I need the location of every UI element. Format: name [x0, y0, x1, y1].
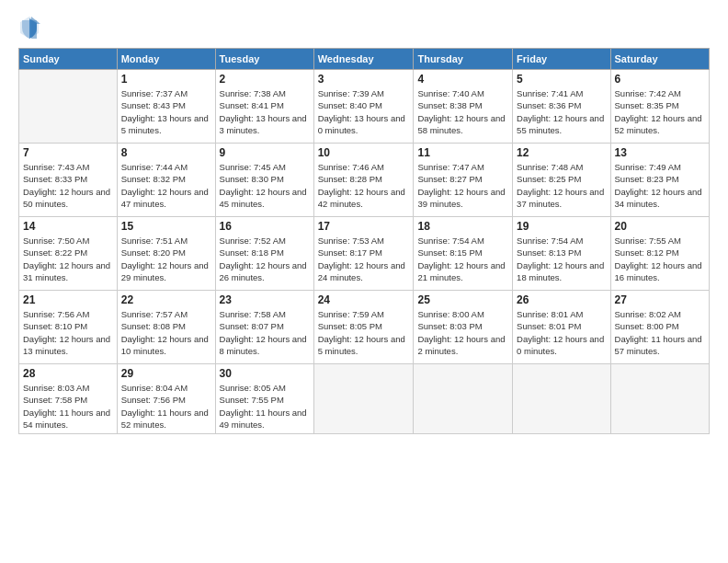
sunset-label: Sunset: 8:27 PM	[417, 174, 482, 184]
sunrise-label: Sunrise: 7:56 AM	[23, 309, 89, 319]
daylight-label: Daylight: 13 hours and 5 minutes.	[121, 113, 209, 135]
day-number: 28	[23, 367, 113, 380]
daylight-label: Daylight: 12 hours and 10 minutes.	[121, 334, 209, 356]
calendar-cell: 3 Sunrise: 7:39 AM Sunset: 8:40 PM Dayli…	[313, 70, 414, 144]
calendar-cell: 7 Sunrise: 7:43 AM Sunset: 8:33 PM Dayli…	[19, 144, 118, 217]
page-container: Sunday Monday Tuesday Wednesday Thursday…	[0, 0, 728, 563]
day-number: 9	[220, 146, 310, 159]
sunrise-label: Sunrise: 7:37 AM	[121, 88, 188, 98]
sunset-label: Sunset: 8:13 PM	[517, 247, 581, 258]
day-info: Sunrise: 7:39 AM Sunset: 8:40 PM Dayligh…	[318, 87, 410, 136]
day-number: 13	[615, 146, 705, 159]
calendar-cell	[414, 364, 513, 434]
daylight-label: Daylight: 12 hours and 0 minutes.	[517, 334, 604, 356]
day-info: Sunrise: 8:00 AM Sunset: 8:03 PM Dayligh…	[417, 308, 508, 357]
day-number: 15	[121, 220, 211, 233]
sunset-label: Sunset: 8:01 PM	[517, 321, 581, 331]
sunset-label: Sunset: 8:33 PM	[23, 174, 87, 184]
daylight-label: Daylight: 12 hours and 34 minutes.	[615, 187, 702, 209]
sunset-label: Sunset: 8:03 PM	[417, 321, 482, 331]
sunset-label: Sunset: 8:23 PM	[615, 174, 679, 184]
day-number: 17	[318, 220, 410, 233]
day-number: 30	[220, 367, 310, 380]
daylight-label: Daylight: 12 hours and 8 minutes.	[220, 334, 307, 356]
sunrise-label: Sunrise: 8:00 AM	[417, 309, 483, 319]
sunset-label: Sunset: 8:32 PM	[121, 174, 186, 184]
daylight-label: Daylight: 13 hours and 3 minutes.	[220, 113, 307, 135]
sunrise-label: Sunrise: 7:50 AM	[23, 236, 89, 246]
calendar-cell: 30 Sunrise: 8:05 AM Sunset: 7:55 PM Dayl…	[215, 364, 313, 434]
calendar-cell: 4 Sunrise: 7:40 AM Sunset: 8:38 PM Dayli…	[414, 70, 513, 144]
page-header	[18, 15, 710, 40]
sunset-label: Sunset: 8:35 PM	[615, 100, 679, 110]
day-number: 7	[23, 146, 113, 159]
calendar-cell: 12 Sunrise: 7:48 AM Sunset: 8:25 PM Dayl…	[513, 144, 610, 217]
sunrise-label: Sunrise: 7:42 AM	[615, 88, 681, 98]
daylight-label: Daylight: 11 hours and 49 minutes.	[220, 408, 307, 430]
svg-marker-1	[31, 17, 40, 39]
day-number: 25	[417, 293, 508, 306]
calendar-cell: 15 Sunrise: 7:51 AM Sunset: 8:20 PM Dayl…	[117, 217, 215, 291]
sunset-label: Sunset: 8:28 PM	[318, 174, 382, 184]
calendar-cell: 21 Sunrise: 7:56 AM Sunset: 8:10 PM Dayl…	[19, 291, 118, 364]
sunset-label: Sunset: 8:15 PM	[417, 247, 482, 258]
sunset-label: Sunset: 7:58 PM	[23, 395, 87, 405]
calendar-cell	[610, 364, 709, 434]
daylight-label: Daylight: 12 hours and 5 minutes.	[318, 334, 405, 356]
day-info: Sunrise: 8:05 AM Sunset: 7:55 PM Dayligh…	[220, 382, 310, 431]
logo	[18, 15, 44, 40]
sunrise-label: Sunrise: 7:52 AM	[220, 236, 286, 246]
sunrise-label: Sunrise: 8:02 AM	[615, 309, 681, 319]
calendar-cell: 1 Sunrise: 7:37 AM Sunset: 8:43 PM Dayli…	[117, 70, 215, 144]
day-number: 1	[121, 73, 211, 86]
daylight-label: Daylight: 12 hours and 16 minutes.	[615, 260, 702, 282]
sunrise-label: Sunrise: 8:05 AM	[220, 383, 286, 393]
sunset-label: Sunset: 8:25 PM	[517, 174, 581, 184]
day-number: 11	[417, 146, 508, 159]
sunset-label: Sunset: 8:10 PM	[23, 321, 87, 331]
calendar-cell: 9 Sunrise: 7:45 AM Sunset: 8:30 PM Dayli…	[215, 144, 313, 217]
daylight-label: Daylight: 12 hours and 52 minutes.	[615, 113, 702, 135]
day-info: Sunrise: 7:40 AM Sunset: 8:38 PM Dayligh…	[417, 87, 508, 136]
calendar-cell: 8 Sunrise: 7:44 AM Sunset: 8:32 PM Dayli…	[117, 144, 215, 217]
calendar-cell	[19, 70, 118, 144]
daylight-label: Daylight: 12 hours and 37 minutes.	[517, 187, 604, 209]
day-info: Sunrise: 7:45 AM Sunset: 8:30 PM Dayligh…	[220, 161, 310, 210]
calendar-cell: 25 Sunrise: 8:00 AM Sunset: 8:03 PM Dayl…	[414, 291, 513, 364]
day-info: Sunrise: 7:42 AM Sunset: 8:35 PM Dayligh…	[615, 87, 705, 136]
day-number: 4	[417, 73, 508, 86]
calendar-cell: 22 Sunrise: 7:57 AM Sunset: 8:08 PM Dayl…	[117, 291, 215, 364]
daylight-label: Daylight: 13 hours and 0 minutes.	[318, 113, 405, 135]
daylight-label: Daylight: 12 hours and 45 minutes.	[220, 187, 307, 209]
day-info: Sunrise: 8:04 AM Sunset: 7:56 PM Dayligh…	[121, 382, 211, 431]
daylight-label: Daylight: 12 hours and 21 minutes.	[417, 260, 505, 282]
calendar-cell	[513, 364, 610, 434]
calendar-cell: 23 Sunrise: 7:58 AM Sunset: 8:07 PM Dayl…	[215, 291, 313, 364]
day-number: 24	[318, 293, 410, 306]
sunrise-label: Sunrise: 7:48 AM	[517, 162, 583, 172]
sunrise-label: Sunrise: 7:40 AM	[417, 88, 483, 98]
calendar-cell: 28 Sunrise: 8:03 AM Sunset: 7:58 PM Dayl…	[19, 364, 118, 434]
day-info: Sunrise: 7:50 AM Sunset: 8:22 PM Dayligh…	[23, 235, 113, 283]
daylight-label: Daylight: 12 hours and 31 minutes.	[23, 260, 110, 282]
day-info: Sunrise: 7:38 AM Sunset: 8:41 PM Dayligh…	[220, 87, 310, 136]
sunset-label: Sunset: 8:40 PM	[318, 100, 382, 110]
calendar-cell: 18 Sunrise: 7:54 AM Sunset: 8:15 PM Dayl…	[414, 217, 513, 291]
day-number: 10	[318, 146, 410, 159]
calendar-cell: 20 Sunrise: 7:55 AM Sunset: 8:12 PM Dayl…	[610, 217, 709, 291]
sunrise-label: Sunrise: 7:59 AM	[318, 309, 384, 319]
day-info: Sunrise: 8:01 AM Sunset: 8:01 PM Dayligh…	[517, 308, 606, 357]
sunset-label: Sunset: 7:56 PM	[121, 395, 186, 405]
col-saturday: Saturday	[610, 49, 709, 70]
day-number: 27	[615, 293, 705, 306]
sunset-label: Sunset: 8:18 PM	[220, 247, 284, 258]
sunset-label: Sunset: 8:22 PM	[23, 247, 87, 258]
day-info: Sunrise: 7:44 AM Sunset: 8:32 PM Dayligh…	[121, 161, 211, 210]
calendar-cell: 27 Sunrise: 8:02 AM Sunset: 8:00 PM Dayl…	[610, 291, 709, 364]
daylight-label: Daylight: 11 hours and 54 minutes.	[23, 408, 110, 430]
sunset-label: Sunset: 7:55 PM	[220, 395, 284, 405]
daylight-label: Daylight: 12 hours and 2 minutes.	[417, 334, 505, 356]
calendar-cell: 5 Sunrise: 7:41 AM Sunset: 8:36 PM Dayli…	[513, 70, 610, 144]
day-number: 16	[220, 220, 310, 233]
sunset-label: Sunset: 8:43 PM	[121, 100, 186, 110]
